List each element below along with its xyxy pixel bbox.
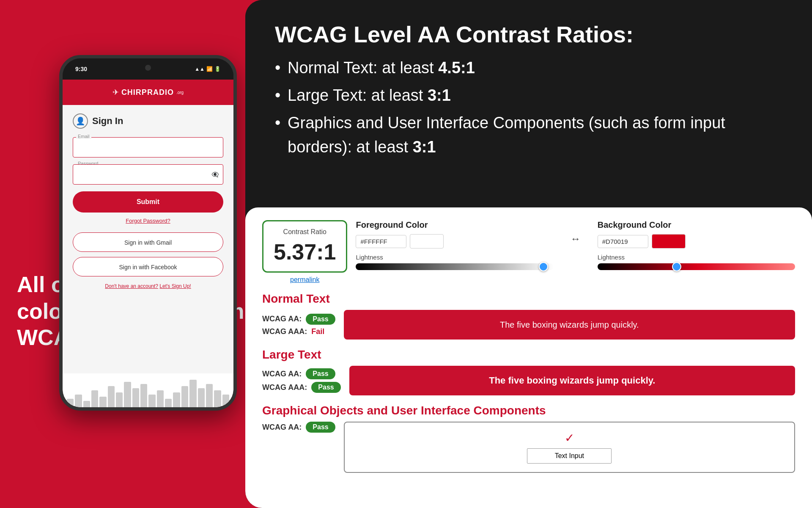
foreground-input-row <box>356 234 553 248</box>
contrast-ratio-box: Contrast Ratio 5.37:1 <box>262 220 347 273</box>
normal-text-levels: WCAG AA: Pass WCAG AAA: Fail <box>262 314 335 336</box>
foreground-lightness-label: Lightness <box>356 254 553 261</box>
swap-colors-button[interactable]: ↔ <box>571 233 581 245</box>
wcag-list-item-3: Graphics and User Interface Components (… <box>275 111 782 159</box>
graphical-aa-badge: Pass <box>306 422 335 433</box>
permalink[interactable]: permalink <box>290 276 319 284</box>
background-lightness-label: Lightness <box>598 254 795 261</box>
normal-aa-row: WCAG AA: Pass <box>262 314 335 325</box>
normal-text-section: Normal Text WCAG AA: Pass WCAG AAA: Fail… <box>262 292 795 340</box>
password-input[interactable]: 👁‍🗨 <box>73 164 223 185</box>
wcag-title: WCAG Level AA Contrast Ratios: <box>275 21 782 47</box>
phone-section: 9:30 ▲▲ 📶 🔋 ✈ CHIRPRADIO .org 👤 <box>59 55 245 419</box>
graphical-preview: ✓ <box>344 422 795 473</box>
normal-aaa-badge: Fail <box>311 327 324 336</box>
normal-text-preview: The five boxing wizards jump quickly. <box>344 310 795 340</box>
normal-text-results: WCAG AA: Pass WCAG AAA: Fail The five bo… <box>262 310 795 340</box>
large-aa-row: WCAG AA: Pass <box>262 368 341 379</box>
normal-aaa-label: WCAG AAA: <box>262 327 307 336</box>
graphical-title: Graphical Objects and User Interface Com… <box>262 404 795 417</box>
checkmark-icon: ✓ <box>565 431 574 445</box>
contrast-top-row: Contrast Ratio 5.37:1 permalink Foregrou… <box>262 220 795 284</box>
sign-in-header: 👤 Sign In <box>73 113 223 129</box>
large-aaa-badge: Pass <box>311 382 340 393</box>
large-text-preview: The five boxing wizards jump quickly. <box>349 366 795 395</box>
wave-chart <box>63 373 233 407</box>
user-icon: 👤 <box>73 113 88 129</box>
wcag-list-item-1: Normal Text: at least 4.5:1 <box>275 56 782 80</box>
contrast-checker-section: Contrast Ratio 5.37:1 permalink Foregrou… <box>245 207 812 508</box>
facebook-button[interactable]: Sign in with Facebook <box>73 257 223 276</box>
password-group: Password 👁‍🗨 <box>73 164 223 185</box>
forgot-password-link[interactable]: Forgot Password? <box>73 218 223 224</box>
normal-aa-badge: Pass <box>306 314 335 325</box>
background-slider[interactable] <box>598 263 795 270</box>
graphical-aa-row: WCAG AA: Pass <box>262 422 335 433</box>
phone-time: 9:30 <box>75 66 87 72</box>
phone-header: ✈ CHIRPRADIO .org <box>63 80 233 105</box>
background-swatch <box>652 234 686 248</box>
graphical-results: WCAG AA: Pass ✓ <box>262 422 795 473</box>
wcag-list: Normal Text: at least 4.5:1 Large Text: … <box>275 56 782 159</box>
right-panel: WCAG Level AA Contrast Ratios: Normal Te… <box>245 0 812 508</box>
background-hex-input[interactable] <box>598 235 648 248</box>
large-text-section: Large Text WCAG AA: Pass WCAG AAA: Pass … <box>262 348 795 395</box>
background-color-group: Background Color Lightness <box>598 220 795 270</box>
phone-screen: ✈ CHIRPRADIO .org 👤 Sign In Email <box>63 80 233 407</box>
normal-text-title: Normal Text <box>262 292 795 306</box>
email-label: Email <box>76 134 91 139</box>
phone-camera <box>145 65 151 71</box>
foreground-title: Foreground Color <box>356 220 553 230</box>
graphical-section: Graphical Objects and User Interface Com… <box>262 404 795 473</box>
foreground-color-group: Foreground Color Lightness <box>356 220 553 270</box>
normal-aaa-row: WCAG AAA: Fail <box>262 327 335 336</box>
gmail-button[interactable]: Sign in with Gmail <box>73 232 223 252</box>
graphical-levels: WCAG AA: Pass <box>262 422 335 433</box>
text-input-field[interactable] <box>527 448 612 464</box>
contrast-ratio-label: Contrast Ratio <box>274 228 336 236</box>
foreground-slider[interactable] <box>356 263 553 270</box>
email-group: Email <box>73 137 223 157</box>
foreground-hex-input[interactable] <box>356 235 406 248</box>
email-input[interactable] <box>73 137 223 157</box>
color-controls: Foreground Color Lightness ↔ Backgroun <box>356 220 795 270</box>
large-text-levels: WCAG AA: Pass WCAG AAA: Pass <box>262 368 341 393</box>
phone-frame: 9:30 ▲▲ 📶 🔋 ✈ CHIRPRADIO .org 👤 <box>59 55 237 411</box>
background-title: Background Color <box>598 220 795 230</box>
graphical-aa-label: WCAG AA: <box>262 423 302 432</box>
sign-in-title: Sign In <box>92 116 123 127</box>
normal-aa-label: WCAG AA: <box>262 315 302 323</box>
background-input-row <box>598 234 795 248</box>
contrast-ratio-value: 5.37:1 <box>274 239 336 265</box>
large-aaa-row: WCAG AAA: Pass <box>262 382 341 393</box>
large-aa-label: WCAG AA: <box>262 370 302 378</box>
large-text-results: WCAG AA: Pass WCAG AAA: Pass The five bo… <box>262 366 795 395</box>
wcag-list-item-2: Large Text: at least 3:1 <box>275 83 782 108</box>
app-logo: CHIRPRADIO <box>121 88 174 97</box>
large-aa-badge: Pass <box>306 368 335 379</box>
foreground-swatch <box>410 234 444 248</box>
phone-content: 👤 Sign In Email Password 👁‍🗨 Submit <box>63 105 233 298</box>
signup-link: Don't have an account? Let's Sign Up! <box>73 283 223 289</box>
large-text-title: Large Text <box>262 348 795 362</box>
signup-action-link[interactable]: Let's Sign Up! <box>159 283 191 289</box>
large-aaa-label: WCAG AAA: <box>262 383 307 392</box>
submit-button[interactable]: Submit <box>73 191 223 213</box>
wcag-header: WCAG Level AA Contrast Ratios: Normal Te… <box>245 0 812 179</box>
